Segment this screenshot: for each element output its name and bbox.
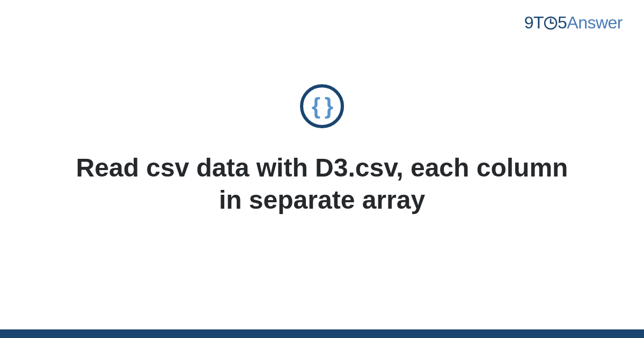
category-icon-circle: { } <box>300 84 344 128</box>
page-title: Read csv data with D3.csv, each column i… <box>54 152 590 216</box>
footer-bar <box>0 329 644 338</box>
json-braces-icon: { } <box>312 95 332 117</box>
main-content: { } Read csv data with D3.csv, each colu… <box>0 0 644 338</box>
